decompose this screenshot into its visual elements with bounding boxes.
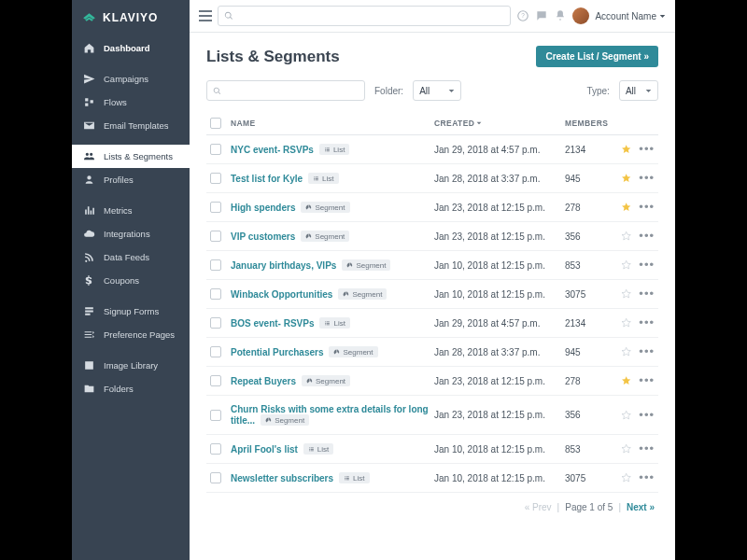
sidebar-item-image-library[interactable]: Image Library xyxy=(72,354,190,377)
sidebar-item-dashboard[interactable]: Dashboard xyxy=(72,36,190,60)
sidebar-item-data-feeds[interactable]: Data Feeds xyxy=(72,245,190,269)
table-row: Newsletter subscribersListJan 10, 2018 a… xyxy=(206,464,658,493)
sidebar-item-metrics[interactable]: Metrics xyxy=(72,199,190,222)
row-checkbox[interactable] xyxy=(210,202,221,213)
star-icon[interactable] xyxy=(621,288,631,300)
avatar[interactable] xyxy=(572,7,589,24)
row-checkbox[interactable] xyxy=(210,472,221,483)
type-select[interactable]: All xyxy=(619,80,658,101)
row-more-menu[interactable]: ••• xyxy=(639,147,655,152)
brand-text: KLAVIYO xyxy=(103,11,158,24)
star-icon[interactable] xyxy=(621,443,631,455)
star-icon[interactable] xyxy=(621,346,631,357)
segment-name-link[interactable]: NYC event- RSVPs xyxy=(231,145,314,155)
row-checkbox[interactable] xyxy=(210,410,221,421)
folder-select[interactable]: All xyxy=(413,80,461,101)
created-date: Jan 10, 2018 at 12:15 p.m. xyxy=(434,473,565,483)
row-more-menu[interactable]: ••• xyxy=(639,175,655,181)
segment-name-link[interactable]: BOS event- RSVPs xyxy=(231,318,314,329)
row-more-menu[interactable]: ••• xyxy=(639,320,655,326)
segment-name-link[interactable]: Potential Purchasers xyxy=(231,347,323,357)
sidebar-item-profiles[interactable]: Profiles xyxy=(72,168,190,191)
row-checkbox[interactable] xyxy=(210,259,221,271)
star-icon[interactable] xyxy=(621,173,631,184)
search-icon xyxy=(213,87,221,95)
column-members[interactable]: MEMBERS xyxy=(565,119,621,128)
row-checkbox[interactable] xyxy=(210,231,221,242)
segment-name-link[interactable]: Newsletter subscribers xyxy=(231,473,333,483)
sidebar-item-campaigns[interactable]: Campaigns xyxy=(72,67,190,91)
row-more-menu[interactable]: ••• xyxy=(639,413,655,418)
segment-name-link[interactable]: Test list for Kyle xyxy=(231,174,303,184)
kind-tag: List xyxy=(303,443,333,455)
row-more-menu[interactable]: ••• xyxy=(639,378,655,384)
row-checkbox[interactable] xyxy=(210,317,221,329)
column-name[interactable]: NAME xyxy=(231,119,434,128)
created-date: Jan 28, 2018 at 3:37 p.m. xyxy=(434,174,565,184)
sidebar-item-signup-forms[interactable]: Signup Forms xyxy=(72,300,190,323)
sidebar-item-label: Preference Pages xyxy=(104,329,175,340)
star-icon[interactable] xyxy=(621,472,631,483)
row-checkbox[interactable] xyxy=(210,346,221,357)
row-checkbox[interactable] xyxy=(210,173,221,184)
row-checkbox[interactable] xyxy=(210,144,221,155)
global-search[interactable] xyxy=(218,6,511,26)
row-checkbox[interactable] xyxy=(210,288,221,300)
chat-icon[interactable] xyxy=(535,9,548,22)
folder-label: Folder: xyxy=(374,86,403,96)
folder-icon xyxy=(83,383,95,395)
sidebar-item-folders[interactable]: Folders xyxy=(72,377,190,400)
star-icon[interactable] xyxy=(621,375,631,386)
member-count: 356 xyxy=(565,410,621,420)
segment-name-link[interactable]: April Fool's list xyxy=(231,444,298,455)
member-count: 3075 xyxy=(565,473,621,483)
row-more-menu[interactable]: ••• xyxy=(639,233,655,239)
menu-toggle-icon[interactable] xyxy=(199,10,212,21)
sidebar-item-preference-pages[interactable]: Preference Pages xyxy=(72,323,190,346)
segment-name-link[interactable]: Winback Opportunities xyxy=(231,289,332,300)
segment-name-link[interactable]: High spenders xyxy=(231,203,295,213)
next-page[interactable]: Next » xyxy=(627,502,655,512)
row-more-menu[interactable]: ••• xyxy=(639,262,655,268)
sidebar-item-coupons[interactable]: Coupons xyxy=(72,269,190,292)
member-count: 3075 xyxy=(565,289,621,300)
main: ? Account Name Lists & Segments Create L… xyxy=(190,0,675,560)
star-icon[interactable] xyxy=(621,231,631,242)
sidebar-item-integrations[interactable]: Integrations xyxy=(72,222,190,245)
star-icon[interactable] xyxy=(621,410,631,421)
brand-logo[interactable]: KLAVIYO xyxy=(72,0,190,36)
row-more-menu[interactable]: ••• xyxy=(639,291,655,297)
row-more-menu[interactable]: ••• xyxy=(639,475,655,481)
sidebar-item-flows[interactable]: Flows xyxy=(72,91,190,114)
table-row: NYC event- RSVPsListJan 29, 2018 at 4:57… xyxy=(206,135,658,164)
select-all-checkbox[interactable] xyxy=(210,118,221,129)
row-more-menu[interactable]: ••• xyxy=(639,349,655,355)
segment-name-link[interactable]: Repeat Buyers xyxy=(231,376,296,386)
table-search[interactable] xyxy=(206,80,365,101)
star-icon[interactable] xyxy=(621,259,631,271)
global-search-input[interactable] xyxy=(239,11,504,21)
bell-icon[interactable] xyxy=(554,9,567,22)
star-icon[interactable] xyxy=(621,144,631,155)
row-checkbox[interactable] xyxy=(210,443,221,455)
row-more-menu[interactable]: ••• xyxy=(639,204,655,210)
kind-tag: List xyxy=(319,317,349,329)
segment-name-link[interactable]: VIP customers xyxy=(231,231,295,242)
table-header: NAME CREATED MEMBERS xyxy=(206,112,658,135)
account-menu[interactable]: Account Name xyxy=(595,11,666,21)
kind-tag: List xyxy=(319,144,349,155)
sidebar-item-email-templates[interactable]: Email Templates xyxy=(72,114,190,137)
star-icon[interactable] xyxy=(621,317,631,329)
row-checkbox[interactable] xyxy=(210,375,221,386)
table-row: BOS event- RSVPsListJan 29, 2018 at 4:57… xyxy=(206,309,658,338)
create-list-segment-button[interactable]: Create List / Segment » xyxy=(536,46,658,67)
table-row: January birthdays, VIPsSegmentJan 10, 20… xyxy=(206,251,658,280)
segment-name-link[interactable]: January birthdays, VIPs xyxy=(231,260,336,271)
sidebar-item-label: Metrics xyxy=(104,205,133,216)
row-more-menu[interactable]: ••• xyxy=(639,446,655,452)
column-created[interactable]: CREATED xyxy=(434,119,565,128)
member-count: 853 xyxy=(565,444,621,455)
star-icon[interactable] xyxy=(621,202,631,213)
sidebar-item-lists-segments[interactable]: Lists & Segments xyxy=(72,145,190,168)
help-icon[interactable]: ? xyxy=(516,9,529,22)
